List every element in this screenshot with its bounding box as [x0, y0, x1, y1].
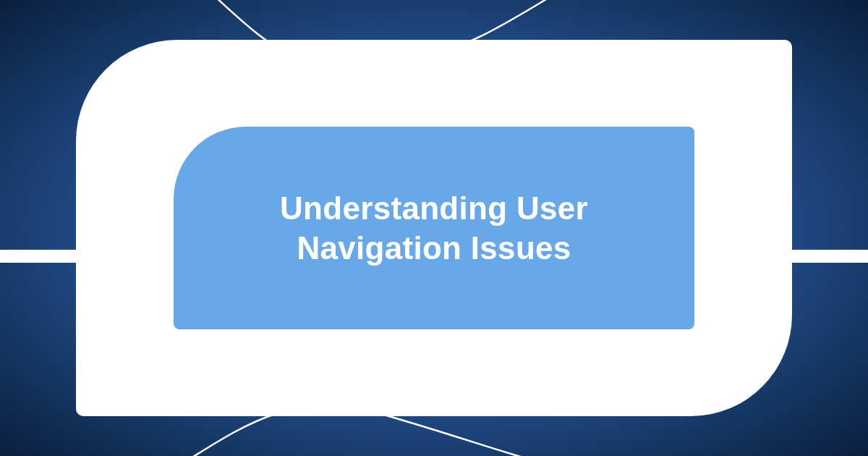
- main-title: Understanding User Navigation Issues: [217, 188, 651, 268]
- inner-blue-shape: Understanding User Navigation Issues: [174, 127, 694, 329]
